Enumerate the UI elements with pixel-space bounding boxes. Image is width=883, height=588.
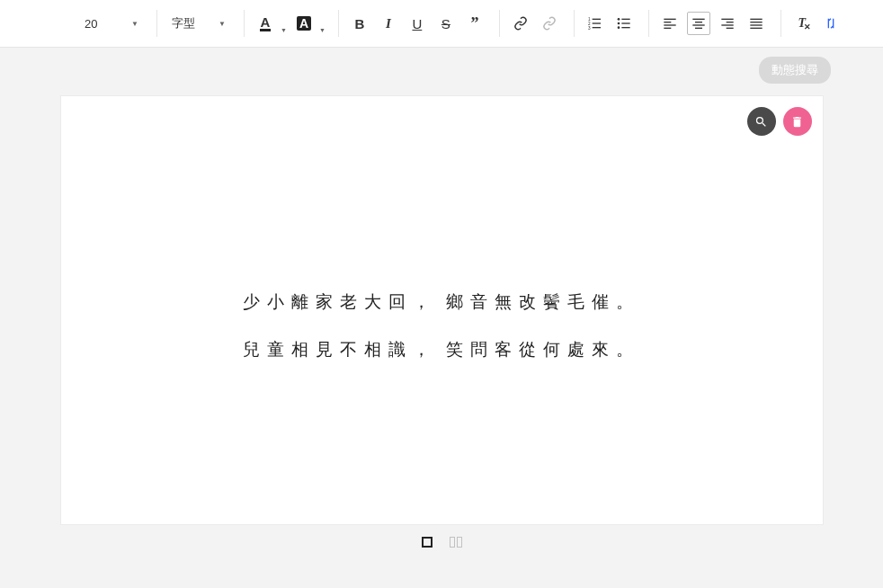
toolbar: 20 ▼ 字型 ▼ A ▼ A ▼ B I U S ” — [0, 0, 883, 48]
font-size-select[interactable]: 20 ▼ — [79, 12, 144, 35]
svg-text:3: 3 — [588, 26, 591, 31]
misc-group: T✕ — [780, 10, 852, 37]
font-family-group: 字型 ▼ — [156, 10, 240, 37]
zoom-button[interactable] — [747, 107, 776, 136]
svg-rect-19 — [695, 28, 702, 29]
svg-rect-26 — [750, 24, 762, 25]
color-group: A ▼ A ▼ — [244, 10, 334, 37]
svg-rect-18 — [692, 24, 704, 25]
svg-rect-11 — [621, 27, 629, 28]
align-right-button[interactable] — [716, 12, 739, 35]
list-group: 123 — [574, 10, 645, 37]
svg-point-6 — [618, 18, 620, 21]
svg-point-8 — [618, 22, 620, 25]
layout-single-button[interactable] — [420, 535, 434, 549]
unordered-list-icon — [617, 16, 631, 31]
poem-line-2: 兒童相見不相識，笑問客從何處來。 — [61, 337, 823, 363]
svg-rect-24 — [750, 19, 762, 20]
vertical-text-icon — [824, 16, 838, 31]
align-left-button[interactable] — [658, 12, 682, 35]
svg-rect-25 — [750, 22, 762, 22]
align-justify-button[interactable] — [745, 12, 768, 35]
slide-canvas[interactable]: 少小離家老大回，鄉音無改鬢毛催。 兒童相見不相識，笑問客從何處來。 — [61, 96, 823, 524]
poem-text[interactable]: 少小離家老大回，鄉音無改鬢毛催。 兒童相見不相識，笑問客從何處來。 — [61, 290, 823, 384]
vertical-text-button[interactable] — [819, 12, 843, 35]
layout-single-icon — [422, 537, 433, 548]
font-size-group: 20 ▼ — [18, 10, 153, 37]
align-left-icon — [663, 16, 677, 31]
text-color-button[interactable]: A — [254, 12, 277, 35]
chevron-down-icon: ▼ — [131, 20, 138, 28]
align-justify-icon — [749, 16, 763, 31]
poem-line-2-right: 笑問客從何處來。 — [446, 340, 640, 359]
trash-icon — [790, 115, 804, 129]
svg-rect-21 — [727, 22, 734, 22]
svg-rect-7 — [621, 19, 629, 20]
bold-icon: B — [354, 16, 364, 31]
svg-rect-3 — [593, 22, 601, 23]
poem-line-1-left: 少小離家老大回， — [243, 292, 437, 311]
svg-rect-15 — [664, 28, 671, 29]
clear-format-button[interactable]: T✕ — [790, 12, 814, 35]
svg-rect-5 — [593, 27, 601, 28]
align-center-button[interactable] — [687, 12, 710, 35]
unlink-button — [538, 12, 561, 35]
dynamic-search-button[interactable]: 動態搜尋 — [759, 57, 831, 84]
svg-rect-20 — [721, 19, 733, 20]
search-icon — [754, 115, 768, 129]
poem-line-1: 少小離家老大回，鄉音無改鬢毛催。 — [61, 290, 823, 316]
quote-button[interactable]: ” — [463, 12, 486, 35]
layout-split-button[interactable] — [449, 535, 463, 549]
poem-line-1-right: 鄉音無改鬢毛催。 — [446, 292, 640, 311]
chevron-down-icon[interactable]: ▼ — [281, 27, 287, 33]
svg-rect-9 — [621, 22, 629, 23]
svg-rect-17 — [695, 22, 702, 22]
link-group — [499, 10, 570, 37]
svg-rect-12 — [664, 19, 675, 20]
ordered-list-icon: 123 — [588, 16, 602, 31]
delete-button[interactable] — [783, 107, 812, 136]
align-group — [648, 10, 777, 37]
svg-point-10 — [618, 26, 620, 29]
slide-tools — [747, 107, 812, 136]
font-size-value: 20 — [85, 17, 97, 31]
unordered-list-button[interactable] — [612, 12, 636, 35]
link-icon — [513, 16, 528, 31]
font-family-value: 字型 — [172, 15, 195, 31]
svg-rect-23 — [727, 28, 734, 29]
strike-button[interactable]: S — [434, 12, 458, 35]
svg-rect-14 — [664, 24, 675, 25]
italic-button[interactable]: I — [377, 12, 400, 35]
format-group: B I U S ” — [338, 10, 495, 37]
strike-icon: S — [442, 16, 450, 31]
bg-color-icon: A — [297, 16, 311, 31]
chevron-down-icon[interactable]: ▼ — [319, 27, 326, 33]
italic-icon: I — [386, 16, 391, 31]
font-family-select[interactable]: 字型 ▼ — [166, 12, 231, 35]
bold-button[interactable]: B — [348, 12, 371, 35]
text-color-icon: A — [260, 16, 272, 31]
svg-rect-16 — [692, 19, 704, 20]
poem-line-2-left: 兒童相見不相識， — [243, 340, 437, 359]
link-button[interactable] — [509, 12, 532, 35]
layout-switcher — [61, 535, 823, 549]
quote-icon: ” — [470, 14, 478, 33]
ordered-list-button[interactable]: 123 — [584, 12, 607, 35]
svg-rect-13 — [664, 22, 671, 22]
clear-format-icon: T✕ — [798, 16, 807, 31]
unlink-icon — [542, 16, 557, 31]
layout-split-icon — [450, 537, 462, 548]
svg-rect-1 — [593, 19, 601, 20]
content-area: 動態搜尋 少小離家老大回，鄉音無改鬢毛催。 兒童相見不相識，笑問客從何處來。 — [0, 48, 883, 549]
underline-icon: U — [412, 16, 422, 31]
align-right-icon — [720, 16, 735, 31]
svg-rect-27 — [750, 28, 762, 29]
underline-button[interactable]: U — [406, 12, 429, 35]
chevron-down-icon: ▼ — [219, 20, 226, 28]
bg-color-button[interactable]: A — [292, 12, 316, 35]
align-center-icon — [691, 16, 706, 31]
svg-rect-22 — [721, 24, 733, 25]
